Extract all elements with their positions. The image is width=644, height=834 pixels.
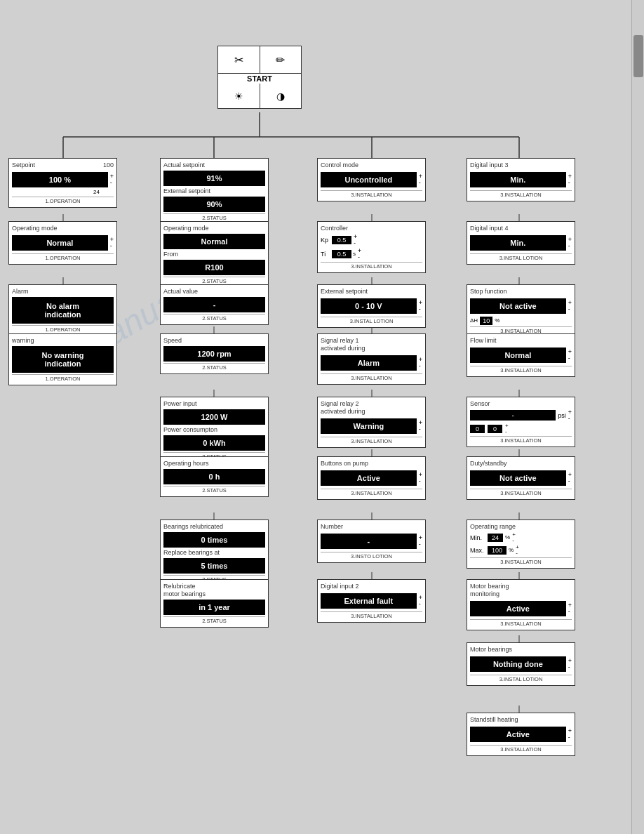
buttons-on-pump-card: Buttons on pump Active +- 3.INSTALLATION [317,456,426,500]
ti-label: Ti [321,251,330,258]
actual-value-card: Actual value - 2.STATUS [160,284,269,325]
buttons-on-pump-value: Active [321,470,417,486]
actual-setpoint-card: Actual setpoint 91% External setpoint 90… [160,158,269,225]
power-input-title: Power input [163,400,265,408]
op-mode-2-value: Normal [163,234,265,249]
scrollbar[interactable] [631,0,644,834]
buttons-on-pump-footer: 3.INSTALLATION [321,489,422,496]
setpoint-plusminus[interactable]: +- [110,173,114,186]
relubricate-footer: 2.STATUS [163,616,265,624]
alarm-footer: 1.OPERATION [12,325,114,333]
op-mode-1-plusminus[interactable]: +- [110,237,114,249]
signal-relay-1-footer: 3.INSTALLATION [321,373,422,381]
buttons-on-pump-title: Buttons on pump [321,460,422,468]
signal-relay-2-title: Signal relay 2activated during [321,400,422,416]
op-mode-2-title: Operating mode [163,225,265,232]
sensor-pm[interactable]: +- [568,409,572,422]
duty-standby-value: Not active [470,470,566,486]
flow-limit-pm[interactable]: +- [568,349,572,362]
number-footer: 3.INSTO LOTION [321,552,422,560]
actual-value-title: Actual value [163,288,265,296]
sensor-pm2[interactable]: +- [505,423,509,435]
kp-label: Kp [321,237,330,244]
start-icon-4: ◑ [260,84,302,108]
relubricate-card: Relubricatemotor bearings in 1 year 2.ST… [160,579,269,628]
min-pm[interactable]: +- [512,532,516,543]
ti-value: 0.5 [332,250,351,258]
flow-limit-value: Normal [470,348,566,363]
digital-input-3-pm[interactable]: +- [568,173,572,186]
signal-relay-1-pm[interactable]: +- [419,357,422,369]
scrollbar-thumb[interactable] [633,35,643,77]
stop-function-pm[interactable]: +- [568,300,572,312]
digital-input-2-card: Digital input 2 External fault +- 3.INST… [317,579,426,623]
bearings-relub-card: Bearings relubricated 0 times Replace be… [160,519,269,586]
operating-hours-card: Operating hours 0 h 2.STATUS [160,456,269,497]
start-icon-1: ✂ [218,46,260,73]
sensor-val2: 0 [488,425,502,433]
control-mode-pm[interactable]: +- [419,173,422,186]
digital-input-4-footer: 3.INSTAL LOTION [470,253,572,261]
op-hours-title: Operating hours [163,460,265,468]
stop-function-card: Stop function Not active +- ΔH 10 % 3.IN… [467,284,575,338]
alarm-value: No alarmindication [12,297,114,324]
signal-relay-2-footer: 3.INSTALLATION [321,437,422,444]
digital-input-4-title: Digital input 4 [470,225,572,232]
max-pm[interactable]: +- [516,545,519,556]
stop-function-title: Stop function [470,288,572,296]
op-mode-2-from: R100 [163,260,265,275]
signal-relay-1-title: Signal relay 1activated during [321,337,422,352]
max-unit: % [509,547,514,553]
number-pm[interactable]: +- [419,535,422,548]
control-mode-title: Control mode [321,161,422,169]
power-consumption-title: Power consumpton [163,426,265,434]
digital-input-2-pm[interactable]: +- [419,595,422,607]
actual-setpoint-value: 91% [163,171,265,186]
start-block: ✂ ✏ START ☀ ◑ [217,46,302,109]
buttons-on-pump-pm[interactable]: +- [419,472,422,484]
min-unit: % [505,534,510,541]
sensor-dash: - [470,410,556,421]
warning-card: warning No warningindication 1.OPERATION [8,333,117,385]
ext-setpoint-col3-card: External setpoint 0 - 10 V +- 3.INSTAL L… [317,284,426,328]
ti-unit: s [353,251,356,257]
warning-title: warning [12,337,114,345]
motor-bearings-pm[interactable]: +- [568,658,572,670]
ext-setpoint-col3-footer: 3.INSTAL LOTION [321,317,422,324]
ti-pm[interactable]: +- [358,248,361,260]
flow-limit-footer: 3.INSTALLATION [470,366,572,373]
standstill-heating-title: Standstill heating [470,716,572,724]
sensor-unit: psi [558,412,566,419]
kp-pm[interactable]: +- [354,234,357,246]
motor-bearings-footer: 3.INSTAL LOTION [470,675,572,682]
motor-bearing-monitoring-pm[interactable]: +- [568,602,572,615]
power-input-card: Power input 1200 W Power consumpton 0 kW… [160,397,269,463]
duty-standby-pm[interactable]: +- [568,472,572,484]
bearings-relub-value: 0 times [163,532,265,548]
bearings-relub-title: Bearings relubricated [163,523,265,531]
signal-relay-1-card: Signal relay 1activated during Alarm +- … [317,333,426,385]
sensor-footer: 3.INSTALLATION [470,436,572,444]
standstill-heating-footer: 3.INSTALLATION [470,745,572,753]
digital-input-4-card: Digital input 4 Min. +- 3.INSTAL LOTION [467,221,575,265]
setpoint-value: 100 % [12,172,108,187]
op-hours-value: 0 h [163,469,265,484]
alarm-card: Alarm No alarmindication 1.OPERATION [8,284,117,336]
standstill-heating-pm[interactable]: +- [568,728,572,741]
standstill-heating-value: Active [470,727,566,742]
delta-label: ΔH [470,317,478,324]
control-mode-value: Uncontrolled [321,172,417,187]
motor-bearings-title: Motor bearings [470,646,572,654]
signal-relay-2-pm[interactable]: +- [419,420,422,432]
operating-mode-2-card: Operating mode Normal From R100 2.STATUS [160,221,269,288]
actual-value-value: - [163,297,265,312]
operating-range-title: Operating range [470,523,572,531]
actual-value-footer: 2.STATUS [163,314,265,322]
ext-setpoint-pm[interactable]: +- [419,300,422,312]
digital-input-4-pm[interactable]: +- [568,237,572,249]
number-card: Number - +- 3.INSTO LOTION [317,519,426,563]
speed-footer: 2.STATUS [163,363,265,371]
setpoint-footer: 1.OPERATION [12,197,114,204]
ext-setpoint-col3-value: 0 - 10 V [321,298,417,314]
alarm-title: Alarm [12,288,114,296]
